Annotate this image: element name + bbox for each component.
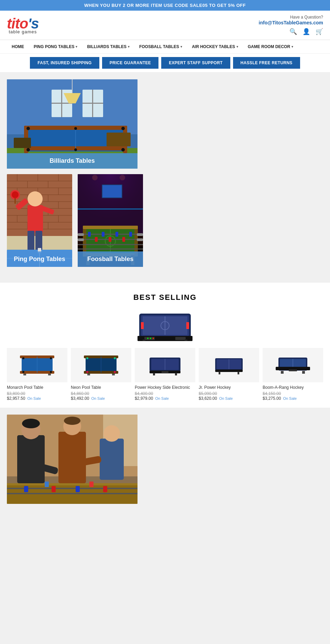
svg-point-57	[28, 191, 43, 206]
foosball-category-card[interactable]: Foosball Tables	[78, 174, 143, 267]
expert-support-button[interactable]: EXPERT STAFF SUPPORT	[161, 57, 230, 69]
product-name-2: Power Hockey Side Electronic	[135, 385, 195, 390]
hassle-returns-button[interactable]: HASSLE FREE RETURNS	[233, 57, 300, 69]
svg-rect-173	[24, 486, 28, 492]
svg-rect-92	[129, 232, 132, 237]
logo-tagline: table games	[7, 30, 39, 34]
product-card-2[interactable]: Power Hockey Side Electronic $4,400.00 $…	[135, 348, 195, 401]
logo[interactable]: tito's table games	[7, 16, 39, 34]
product-image-0	[7, 348, 67, 382]
nav-home[interactable]: HOME	[7, 40, 29, 53]
product-on-sale-0: On Sale	[27, 396, 41, 400]
announcement-bar: WHEN YOU BUY 2 OR MORE ITEM USE CODE SAL…	[0, 0, 330, 11]
fast-shipping-button[interactable]: FAST, INSURED SHIPPING	[30, 57, 99, 69]
bottom-scene-svg	[7, 415, 138, 504]
chevron-down-icon: ▾	[236, 45, 238, 48]
product-original-price-2: $4,400.00	[135, 391, 195, 396]
svg-rect-89	[88, 232, 91, 237]
svg-point-123	[22, 371, 24, 373]
nav-air-hockey[interactable]: AIR HOCKEY TABLES ▾	[187, 40, 243, 53]
product-original-price-3: $5,090.00	[199, 391, 259, 396]
nav-game-room[interactable]: GAME ROOM DECOR ▾	[243, 40, 298, 53]
pingpong-label: Ping Pong Tables	[7, 251, 72, 267]
svg-rect-91	[116, 232, 118, 237]
svg-rect-176	[103, 486, 107, 492]
svg-rect-76	[78, 208, 143, 210]
svg-point-124	[50, 371, 52, 373]
account-icon[interactable]: 👤	[302, 28, 310, 35]
product-card-1[interactable]: Neon Pool Table $4,860.00 $3,492.00 On S…	[71, 348, 131, 401]
product-sale-price-4: $3,275.00	[263, 396, 281, 401]
product-sale-price-1: $3,492.00	[71, 396, 89, 401]
logo-titos: tito's	[7, 16, 39, 31]
svg-rect-115	[143, 339, 145, 341]
product-name-3: Jr. Power Hockey	[199, 385, 259, 390]
product-original-price-4: $4,150.00	[263, 391, 323, 396]
svg-rect-156	[302, 371, 305, 374]
svg-rect-107	[141, 322, 144, 329]
billiards-category-card[interactable]: Billiards Tables	[7, 79, 138, 169]
svg-point-17	[26, 148, 30, 151]
svg-point-121	[22, 357, 24, 359]
product-sale-price-3: $3,620.00	[199, 396, 217, 401]
header-email-link[interactable]: info@TitosTableGames.com	[259, 20, 323, 25]
product-on-sale-3: On Sale	[219, 396, 233, 400]
svg-rect-62	[14, 198, 16, 204]
product-image-1	[71, 348, 131, 382]
svg-rect-108	[186, 322, 189, 329]
search-icon[interactable]: 🔍	[289, 28, 297, 35]
foosball-label: Foosball Tables	[78, 251, 143, 267]
product-name-1: Neon Pool Table	[71, 385, 131, 390]
svg-rect-99	[137, 233, 143, 236]
product-image-3	[199, 348, 259, 382]
product-on-sale-2: On Sale	[155, 396, 169, 400]
svg-point-133	[86, 371, 88, 373]
product-image-2	[135, 348, 195, 382]
svg-rect-135	[87, 374, 90, 375]
chevron-down-icon: ▾	[180, 45, 182, 48]
svg-rect-94	[109, 237, 111, 242]
svg-point-18	[121, 148, 125, 151]
svg-rect-149	[238, 372, 239, 374]
svg-rect-101	[137, 238, 143, 241]
main-nav: HOME PING PONG TABLES ▾ BILLIARDS TABLES…	[0, 40, 330, 54]
svg-point-20	[74, 148, 77, 151]
svg-point-16	[121, 127, 125, 130]
main-content: Billiards Tables	[0, 72, 330, 279]
svg-rect-154	[289, 370, 297, 371]
products-row: Monarch Pool Table $3,800.00 $2,957.50 O…	[7, 348, 323, 401]
cart-icon[interactable]: 🛒	[316, 28, 323, 35]
pingpong-category-card[interactable]: Ping Pong Tables	[7, 174, 72, 267]
bottom-foosball-image	[7, 415, 138, 504]
product-original-price-0: $3,800.00	[7, 391, 67, 396]
nav-ping-pong[interactable]: PING PONG TABLES ▾	[29, 40, 82, 53]
svg-point-114	[153, 338, 154, 339]
chevron-down-icon: ▾	[128, 45, 130, 48]
svg-rect-126	[48, 374, 51, 375]
product-card-4[interactable]: Boom-A-Rang Hockey $4,150.00 $3,275.00 O…	[263, 348, 323, 401]
svg-rect-142	[153, 373, 155, 375]
nav-foosball[interactable]: FOOSBALL TABLES ▾	[134, 40, 187, 53]
svg-point-131	[86, 357, 88, 359]
price-guarantee-button[interactable]: PRICE GUARANTEE	[102, 57, 159, 69]
product-image-4	[263, 348, 323, 382]
svg-rect-174	[52, 486, 56, 492]
svg-rect-81	[83, 226, 138, 229]
svg-point-113	[150, 338, 151, 339]
product-card-0[interactable]: Monarch Pool Table $3,800.00 $2,957.50 O…	[7, 348, 67, 401]
svg-rect-167	[100, 439, 124, 480]
svg-rect-75	[102, 185, 122, 197]
feature-bar: FAST, INSURED SHIPPING PRICE GUARANTEE E…	[0, 54, 330, 72]
best-selling-section: BEST SELLING	[0, 283, 330, 408]
svg-point-134	[114, 371, 116, 373]
svg-rect-155	[281, 371, 284, 374]
svg-rect-98	[78, 233, 84, 236]
svg-rect-148	[219, 372, 220, 374]
header-contact: Have a Question? info@TitosTableGames.co…	[259, 15, 323, 35]
svg-rect-178	[89, 482, 94, 487]
svg-point-163	[22, 419, 40, 428]
svg-rect-21	[107, 133, 131, 146]
product-card-3[interactable]: Jr. Power Hockey $5,090.00 $3,620.00 On …	[199, 348, 259, 401]
svg-rect-147	[215, 370, 243, 372]
nav-billiards[interactable]: BILLIARDS TABLES ▾	[82, 40, 134, 53]
